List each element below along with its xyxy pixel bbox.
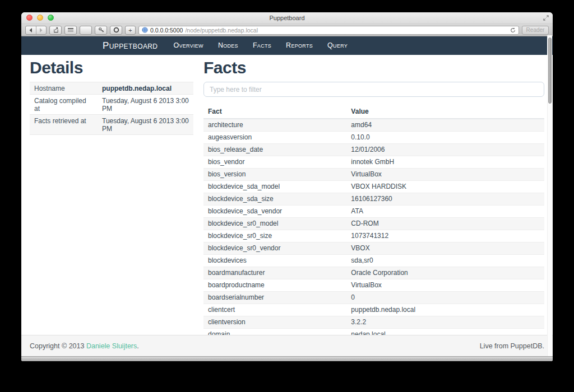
details-row-label: Facts retrieved at xyxy=(30,115,98,135)
history-nav xyxy=(25,26,47,35)
details-table: Hostnamepuppetdb.nedap.localCatalog comp… xyxy=(30,82,193,135)
fullscreen-icon[interactable] xyxy=(543,15,549,21)
globe-favicon xyxy=(142,27,148,33)
browser-status-bar xyxy=(21,356,553,361)
back-button[interactable] xyxy=(26,26,36,34)
zoom-window-button[interactable] xyxy=(48,15,54,21)
fact-name: bios_release_date xyxy=(203,143,346,156)
browser-window: Puppetboard xyxy=(21,12,553,361)
nav-item-reports[interactable]: Reports xyxy=(279,36,320,55)
fact-name: clientcert xyxy=(203,304,346,316)
traffic-lights xyxy=(26,15,54,21)
page-footer: Copyright © 2013 Daniele Sluijters. Live… xyxy=(21,335,553,356)
details-row-value: puppetdb.nedap.local xyxy=(98,82,193,95)
minimize-window-button[interactable] xyxy=(37,15,43,21)
fact-row: bios_vendorinnotek GmbH xyxy=(203,156,544,168)
scrollbar-thumb[interactable] xyxy=(548,38,552,104)
forward-button[interactable] xyxy=(36,26,47,34)
fact-value: CD-ROM xyxy=(346,217,544,230)
fact-value: innotek GmbH xyxy=(346,156,544,168)
nav-item-nodes[interactable]: Nodes xyxy=(211,36,246,55)
nav-item-facts[interactable]: Facts xyxy=(246,36,279,55)
nav-item-query[interactable]: Query xyxy=(320,36,355,55)
facts-table-header-row: Fact Value xyxy=(203,105,544,119)
fact-name: clientversion xyxy=(203,316,346,328)
refresh-icon[interactable] xyxy=(510,27,516,33)
fact-name: blockdevices xyxy=(203,254,346,267)
page-scrollbar[interactable] xyxy=(547,35,552,356)
share-button[interactable] xyxy=(49,26,62,35)
fact-value: amd64 xyxy=(346,119,544,132)
new-tab-button[interactable]: + xyxy=(125,26,136,35)
fact-name: boardmanufacturer xyxy=(203,267,346,279)
fact-value: puppetdb.nedap.local xyxy=(346,304,544,316)
fact-name: bios_version xyxy=(203,168,346,180)
fact-row: domainnedap.local xyxy=(203,328,544,335)
keychain-button[interactable] xyxy=(95,26,107,35)
plus-icon: + xyxy=(128,27,132,34)
titlebar[interactable]: Puppetboard xyxy=(21,12,553,24)
author-link[interactable]: Daniele Sluijters xyxy=(86,342,137,350)
window-title: Puppetboard xyxy=(21,12,553,24)
fact-name: bios_vendor xyxy=(203,156,346,168)
fact-row: clientversion3.2.2 xyxy=(203,316,544,328)
url-bar[interactable]: 0.0.0.0:5000 /node/puppetdb.nedap.local xyxy=(138,26,519,35)
fact-row: blockdevicessda,sr0 xyxy=(203,254,544,267)
nav-item-overview[interactable]: Overview xyxy=(166,36,210,55)
fact-name: architecture xyxy=(203,119,346,132)
facts-heading: Facts xyxy=(203,58,544,77)
copyright-suffix: . xyxy=(137,342,138,350)
fact-value: 16106127360 xyxy=(346,193,544,205)
fact-name: blockdevice_sda_vendor xyxy=(203,205,346,217)
fact-value: sda,sr0 xyxy=(346,254,544,267)
fact-row: architectureamd64 xyxy=(203,119,544,132)
ring-icon xyxy=(113,27,119,33)
share-icon xyxy=(53,27,59,33)
fact-row: blockdevice_sda_modelVBOX HARDDISK xyxy=(203,180,544,193)
url-host: 0.0.0.0:5000 xyxy=(150,27,183,34)
fact-row: augeasversion0.10.0 xyxy=(203,131,544,143)
fact-row: blockdevice_sr0_modelCD-ROM xyxy=(203,217,544,230)
fact-name: blockdevice_sr0_model xyxy=(203,217,346,230)
key-icon xyxy=(98,27,104,33)
details-row-value: Tuesday, August 6 2013 3:00 PM xyxy=(98,95,193,115)
details-row-label: Catalog compiled at xyxy=(30,95,98,115)
fact-row: boardmanufacturerOracle Corporation xyxy=(203,267,544,279)
fact-value: nedap.local xyxy=(346,328,544,335)
fact-value: 12/01/2006 xyxy=(346,143,544,156)
fact-name: blockdevice_sda_model xyxy=(203,180,346,193)
reader-button[interactable]: Reader xyxy=(522,26,549,35)
details-row-label: Hostname xyxy=(30,82,98,95)
fact-name: augeasversion xyxy=(203,131,346,143)
fact-row: boardserialnumber0 xyxy=(203,291,544,304)
navbar-items: OverviewNodesFactsReportsQuery xyxy=(166,36,355,55)
browser-toolbar: + 0.0.0.0:5000 /node/puppetdb.nedap.loca… xyxy=(21,24,553,36)
fact-row: blockdevice_sr0_size1073741312 xyxy=(203,230,544,242)
reading-list-button[interactable] xyxy=(64,26,77,35)
fact-row: blockdevice_sr0_vendorVBOX xyxy=(203,242,544,254)
fact-name: boardserialnumber xyxy=(203,291,346,304)
fact-value: 0.10.0 xyxy=(346,131,544,143)
fact-value: 3.2.2 xyxy=(346,316,544,328)
extension-button[interactable] xyxy=(110,26,122,35)
fact-name: blockdevice_sr0_size xyxy=(203,230,346,242)
close-window-button[interactable] xyxy=(26,15,33,21)
blank-toolbar-button[interactable] xyxy=(80,26,92,35)
main-content: Details Hostnamepuppetdb.nedap.localCata… xyxy=(21,55,553,335)
facts-filter-input[interactable] xyxy=(203,82,544,97)
fact-value: VBOX HARDDISK xyxy=(346,180,544,193)
details-row-value: Tuesday, August 6 2013 3:00 PM xyxy=(98,115,193,135)
fact-value: VirtualBox xyxy=(346,168,544,180)
fact-value: 0 xyxy=(346,291,544,304)
fact-row: clientcertpuppetdb.nedap.local xyxy=(203,304,544,316)
navbar-brand[interactable]: Puppetboard xyxy=(103,40,158,52)
fact-name: blockdevice_sda_size xyxy=(203,193,346,205)
fact-column-header: Fact xyxy=(203,105,346,119)
reader-button-label: Reader xyxy=(526,27,545,33)
value-column-header: Value xyxy=(346,105,544,119)
fact-value: ATA xyxy=(346,205,544,217)
live-from-puppetdb-text: Live from PuppetDB. xyxy=(480,342,544,350)
fact-value: 1073741312 xyxy=(346,230,544,242)
details-heading: Details xyxy=(30,58,193,77)
fact-value: Oracle Corporation xyxy=(346,267,544,279)
